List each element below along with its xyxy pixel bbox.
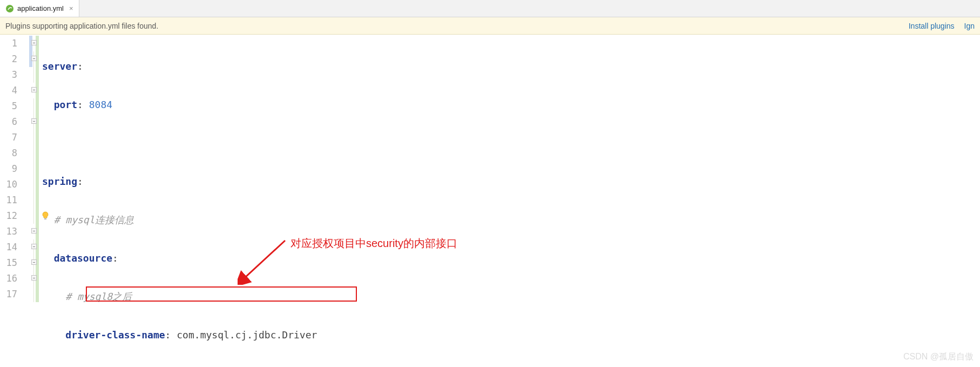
code-line: server: [40,58,980,74]
code-editor[interactable]: 1 2 3 4 5 6 7 8 9 10 11 12 13 14 15 16 1… [0,35,980,367]
line-number: 9 [0,161,29,177]
code-line: driver-class-name: com.mysql.cj.jdbc.Dri… [40,327,980,343]
code-line: port: 8084 [40,97,980,112]
fold-toggle-icon[interactable] [31,56,37,61]
code-line: datasource: [40,250,980,266]
line-number: 7 [0,130,29,145]
notification-bar: Plugins supporting application.yml files… [0,17,980,35]
fold-toggle-icon[interactable] [31,259,37,265]
line-number: 15 [0,255,29,271]
tab-application-yml[interactable]: application.yml × [0,0,79,17]
line-number: 1 [0,36,29,51]
code-line: # mysql8之后 [40,289,980,304]
fold-toggle-icon[interactable] [31,228,37,233]
line-number: 6 [0,114,29,130]
close-icon[interactable]: × [67,4,73,12]
fold-column [29,35,40,367]
ignore-link[interactable]: Ign [964,22,975,30]
notification-actions: Install plugins Ign [909,22,975,30]
line-number: 16 [0,271,29,286]
code-line [40,135,980,151]
intention-bulb-icon[interactable] [41,211,50,220]
fold-toggle-icon[interactable] [31,275,37,281]
svg-point-0 [6,5,13,12]
line-number: 14 [0,239,29,255]
line-number: 5 [0,98,29,114]
svg-rect-1 [44,218,46,219]
line-number: 4 [0,83,29,98]
line-number: 11 [0,192,29,208]
code-line: # mysql连接信息 [40,212,980,228]
watermark: CSDN @孤居自傲 [903,351,974,363]
fold-toggle-icon[interactable] [31,40,37,45]
line-number: 12 [0,208,29,224]
line-number: 13 [0,224,29,239]
fold-toggle-icon[interactable] [31,244,37,249]
line-number: 8 [0,145,29,161]
line-number: 2 [0,51,29,67]
code-line: spring: [40,174,980,189]
spring-file-icon [5,4,14,13]
line-number: 10 [0,177,29,192]
tab-bar: application.yml × [0,0,980,17]
install-plugins-link[interactable]: Install plugins [909,22,955,30]
line-number: 17 [0,286,29,302]
fold-toggle-icon[interactable] [31,87,37,92]
line-number-gutter: 1 2 3 4 5 6 7 8 9 10 11 12 13 14 15 16 1… [0,35,29,367]
line-number: 3 [0,67,29,83]
tab-label: application.yml [17,4,64,12]
annotation-text: 对应授权项目中security的内部接口 [290,236,457,251]
code-area[interactable]: server: port: 8084 spring: # mysql连接信息 d… [40,35,980,367]
fold-toggle-icon[interactable] [31,118,37,124]
notification-message: Plugins supporting application.yml files… [5,22,158,30]
